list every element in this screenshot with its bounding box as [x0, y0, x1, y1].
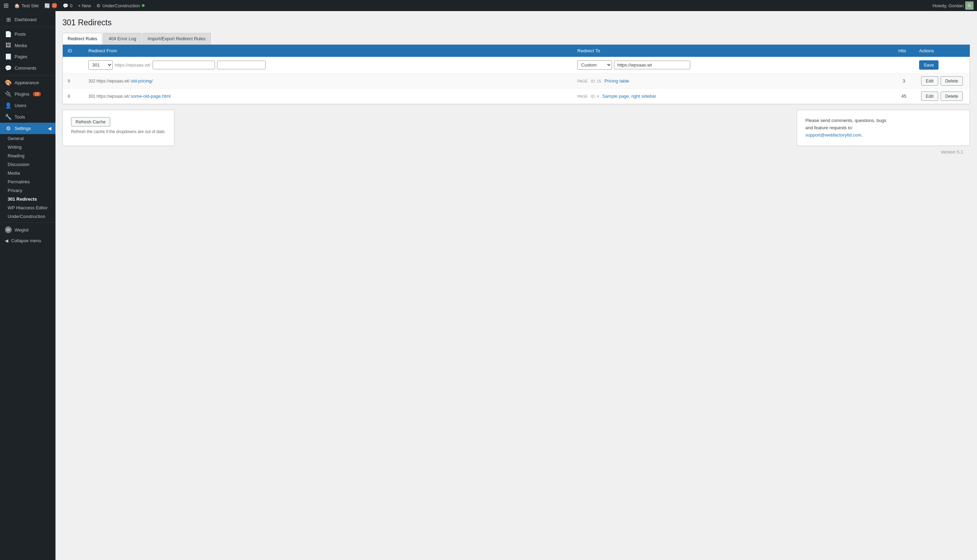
- col-header-id: ID: [63, 45, 84, 57]
- sidebar-sub-writing[interactable]: Writing: [0, 143, 55, 152]
- comments-icon: 💬: [5, 65, 12, 72]
- plugin-item[interactable]: ⚙ UnderConstruction: [96, 3, 144, 8]
- updates-count: 22: [52, 3, 57, 8]
- sidebar-item-label: Pages: [15, 54, 27, 59]
- spacer: [181, 110, 790, 146]
- comments-icon: 💬: [63, 3, 68, 8]
- avatar: G: [965, 2, 974, 10]
- sidebar-sub-reading[interactable]: Reading: [0, 152, 55, 160]
- weglot-label: Weglot: [15, 227, 28, 233]
- edit-button-8[interactable]: Edit: [921, 92, 938, 101]
- dashboard-icon: ⊞: [5, 16, 12, 23]
- sidebar-item-media[interactable]: 🖼 Media: [0, 40, 55, 51]
- bottom-section: Refresh Cache Refresh the cache if the d…: [62, 110, 970, 146]
- sidebar-item-pages[interactable]: 📃 Pages: [0, 51, 55, 62]
- to-value-input[interactable]: [614, 61, 690, 69]
- sidebar-sub-wp-htaccess[interactable]: WP Htaccess Editor: [0, 203, 55, 212]
- sidebar-item-weglot[interactable]: W Weglot: [0, 224, 55, 236]
- comments-item[interactable]: 💬 0: [63, 3, 72, 8]
- tab-import-export[interactable]: Import/Export Redirect Rules: [142, 33, 211, 44]
- new-item[interactable]: + New: [78, 3, 91, 8]
- tools-icon: 🔧: [5, 114, 12, 120]
- save-button[interactable]: Save: [919, 60, 939, 70]
- edit-button-9[interactable]: Edit: [921, 76, 938, 86]
- sidebar-item-label: Comments: [15, 65, 37, 71]
- home-icon: 🏠: [14, 3, 20, 8]
- input-hits-cell: [893, 57, 914, 73]
- sidebar-item-label: Settings: [15, 126, 31, 131]
- sidebar-item-posts[interactable]: 📄 Posts: [0, 28, 55, 40]
- sidebar-item-appearance[interactable]: 🎨 Appearance: [0, 77, 55, 88]
- sidebar-item-plugins[interactable]: 🔌 Plugins 19: [0, 88, 55, 100]
- to-label-link[interactable]: Pricing table: [604, 78, 629, 83]
- site-name: Test Site: [22, 3, 39, 8]
- table-row: 8 301 https://wpsaas.wt/ some-old-page.h…: [63, 89, 970, 104]
- sidebar-item-label: Plugins: [15, 92, 30, 97]
- tab-redirect-rules[interactable]: Redirect Rules: [62, 33, 102, 44]
- tab-404-error-log[interactable]: 404 Error Log: [103, 33, 142, 44]
- status-dot: [142, 4, 145, 7]
- input-actions-cell: Save: [914, 57, 970, 73]
- from-path-link[interactable]: old-pricing/: [131, 78, 153, 83]
- row-actions: Edit Delete: [914, 73, 970, 89]
- howdy-text: Howdy, Gordan: [933, 3, 964, 8]
- delete-button-9[interactable]: Delete: [940, 76, 963, 86]
- site-name-item[interactable]: 🏠 Test Site: [14, 3, 39, 8]
- extra-input[interactable]: [217, 61, 266, 69]
- plugin-icon: ⚙: [96, 3, 100, 8]
- input-to-cell: Custom Page Post: [573, 57, 893, 73]
- media-icon: 🖼: [5, 42, 12, 48]
- sidebar-sub-media[interactable]: Media: [0, 169, 55, 177]
- to-label-link[interactable]: Sample page, right sidebar: [602, 93, 656, 99]
- sidebar-sub-general[interactable]: General: [0, 134, 55, 143]
- sidebar: ⊞ Dashboard 📄 Posts 🖼 Media 📃 Pages 💬 Co…: [0, 11, 55, 560]
- howdy-item[interactable]: Howdy, Gordan G: [933, 2, 974, 10]
- sidebar-item-label: Posts: [15, 32, 26, 37]
- wp-logo-item[interactable]: ⊞: [3, 2, 9, 9]
- from-path-link[interactable]: some-old-page.html: [131, 93, 170, 99]
- plugins-icon: 🔌: [5, 91, 12, 97]
- plugin-name: UnderConstruction: [102, 3, 140, 8]
- delete-button-8[interactable]: Delete: [940, 92, 963, 101]
- sidebar-sub-discussion[interactable]: Discussion: [0, 160, 55, 169]
- sidebar-item-label: Users: [15, 103, 26, 108]
- comments-count: 0: [70, 3, 72, 8]
- sidebar-item-users[interactable]: 👤 Users: [0, 100, 55, 111]
- input-row: 301 302 https://wpsaas.wt/: [63, 57, 970, 73]
- to-type-label: PAGE ID: 15: [577, 79, 603, 83]
- sidebar-item-label: Appearance: [15, 80, 39, 85]
- collapse-label: Collapse menu: [11, 238, 41, 243]
- sidebar-item-comments[interactable]: 💬 Comments: [0, 62, 55, 74]
- info-box: Please send comments, questions, bugs an…: [797, 110, 970, 146]
- tabs: Redirect Rules 404 Error Log Import/Expo…: [62, 33, 970, 44]
- sidebar-separator-1: [0, 27, 55, 27]
- cache-description: Refresh the cache if the dropdowns are o…: [71, 129, 166, 134]
- sidebar-sub-underconstruction[interactable]: UnderConstruction: [0, 212, 55, 221]
- sidebar-sub-301-redirects[interactable]: 301 Redirects: [0, 195, 55, 203]
- from-path-input[interactable]: [152, 61, 215, 69]
- cache-box: Refresh Cache Refresh the cache if the d…: [62, 110, 174, 146]
- appearance-icon: 🎨: [5, 79, 12, 86]
- plugins-badge: 19: [33, 92, 41, 96]
- support-email-link[interactable]: support@webfactoryltd.com: [805, 132, 861, 138]
- sidebar-item-tools[interactable]: 🔧 Tools: [0, 111, 55, 123]
- refresh-cache-button[interactable]: Refresh Cache: [71, 117, 110, 127]
- row-id: 9: [63, 73, 84, 89]
- sidebar-sub-privacy[interactable]: Privacy: [0, 186, 55, 195]
- updates-item[interactable]: 🔄 22: [44, 3, 57, 8]
- code-select[interactable]: 301 302: [89, 60, 113, 70]
- sidebar-item-label: Tools: [15, 114, 25, 120]
- weglot-icon: W: [5, 226, 12, 233]
- from-domain-label: https://wpsaas.wt/: [115, 62, 150, 68]
- sidebar-item-dashboard[interactable]: ⊞ Dashboard: [0, 14, 55, 25]
- updates-icon: 🔄: [44, 3, 50, 8]
- collapse-menu-button[interactable]: ◀ Collapse menu: [0, 236, 55, 246]
- row-from: 302 https://wpsaas.wt/ old-pricing/: [84, 73, 573, 89]
- sidebar-sub-permalinks[interactable]: Permalinks: [0, 177, 55, 186]
- col-header-redirect-from: Redirect From: [84, 45, 573, 57]
- chevron-icon: ◀: [48, 126, 51, 131]
- to-type-select[interactable]: Custom Page Post: [577, 60, 612, 70]
- sidebar-item-settings[interactable]: ⚙ Settings ◀: [0, 123, 55, 134]
- page-title: 301 Redirects: [62, 18, 970, 27]
- posts-icon: 📄: [5, 31, 12, 37]
